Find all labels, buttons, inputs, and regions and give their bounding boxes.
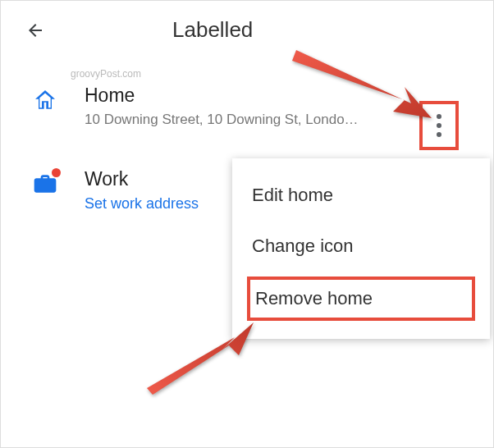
briefcase-icon <box>32 171 58 197</box>
item-subtitle: 10 Downing Street, 10 Downing St, Londo… <box>85 112 364 128</box>
home-icon <box>32 87 58 113</box>
context-menu: Edit home Change icon Remove home <box>232 158 490 339</box>
back-button[interactable] <box>25 21 45 40</box>
menu-item-change-icon[interactable]: Change icon <box>232 221 490 272</box>
menu-item-remove-home[interactable]: Remove home <box>247 277 475 321</box>
notification-badge-icon <box>52 168 61 177</box>
more-options-button[interactable] <box>419 101 459 150</box>
item-title: Home <box>85 84 477 108</box>
kebab-icon <box>437 114 441 137</box>
menu-item-edit-home[interactable]: Edit home <box>232 170 490 221</box>
arrow-left-icon <box>25 21 45 40</box>
page-title: Labelled <box>172 17 253 43</box>
